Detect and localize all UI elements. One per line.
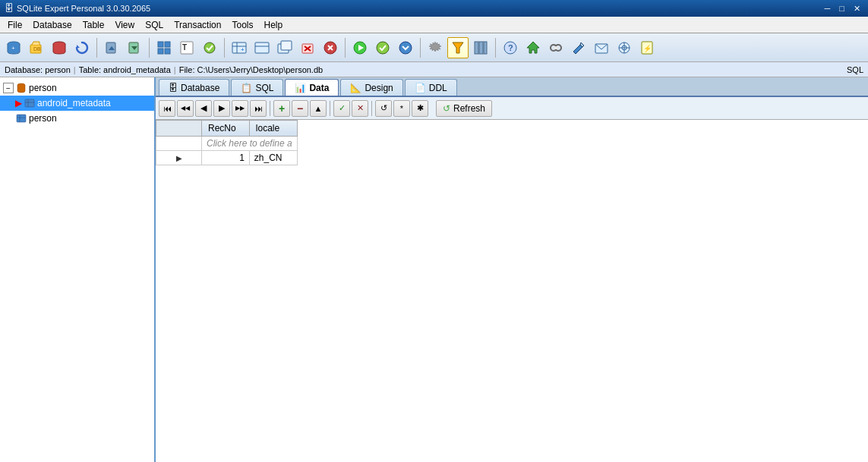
table-icon-person [15,112,27,124]
table-row[interactable]: ▶ 1 zh_CN [156,151,298,165]
tab-design[interactable]: 📐 Design [340,79,402,96]
minimize-btn[interactable]: ─ [822,4,834,13]
nav-prev-btn[interactable]: ◀ [195,100,212,117]
refresh-cycle-btn[interactable]: ↺ [375,100,392,117]
toolbar-edit-link[interactable] [568,37,589,58]
tab-database[interactable]: 🗄 Database [159,79,229,96]
new-row-hint[interactable]: Click here to define a [202,137,298,151]
toolbar-help[interactable]: ? [500,37,521,58]
table-row-new[interactable]: Click here to define a [156,137,298,151]
menu-transaction[interactable]: Transaction [169,18,226,32]
tree-node-person-db[interactable]: − person [0,80,154,96]
nav-prev2-btn[interactable]: ◀◀ [177,100,194,117]
toolbar-mail[interactable] [591,37,612,58]
tree-node-android-metadata[interactable]: ▶ android_metadata [0,96,154,111]
toolbar-link[interactable] [545,37,567,58]
separator-2 [149,38,150,58]
toolbar-table-delete[interactable] [297,37,318,58]
toolbar-browse[interactable] [614,37,635,58]
tree-panel: − person ▶ android_metadata person [0,77,156,462]
toolbar-run[interactable] [349,37,371,58]
toolbar-close-db[interactable] [49,37,70,58]
titlebar: 🗄 SQLite Expert Personal 3.0.30.2065 ─ □… [0,0,868,17]
toolbar-settings[interactable] [425,37,446,58]
maximize-btn[interactable]: □ [836,4,847,13]
menu-help[interactable]: Help [259,18,287,32]
svg-rect-13 [165,49,170,54]
grid-table: RecNo locale Click here to define a ▶ [156,120,298,165]
svg-marker-42 [527,42,539,53]
toolbar-run-repeat[interactable] [395,37,416,58]
app-icon: 🗄 [5,3,14,14]
filter-btn[interactable]: * [393,100,410,117]
toolbar-open-db[interactable]: DB [26,37,47,58]
menu-sql[interactable]: SQL [140,18,168,32]
menu-view[interactable]: View [110,18,139,32]
tab-data[interactable]: 📊 Data [285,79,339,96]
svg-rect-24 [281,41,292,50]
toolbar-table-new[interactable]: + [229,37,250,58]
db-icon [15,82,27,94]
toolbar-grid[interactable] [153,37,175,58]
menubar: File Database Table View SQL Transaction… [0,17,868,33]
nav-first-btn[interactable]: ⏮ [159,100,175,117]
table-status: Table: android_metadata [79,65,171,74]
menu-file[interactable]: File [3,18,27,32]
refresh-label: Refresh [453,103,485,114]
cancel-edit-btn[interactable]: ✕ [352,100,368,117]
all-records-btn[interactable]: ✱ [412,100,428,117]
nav-last-btn[interactable]: ⏭ [250,100,267,117]
design-tab-icon: 📐 [350,83,361,93]
toolbar-table-edit[interactable] [251,37,273,58]
data-tab-icon: 📊 [295,83,306,93]
svg-rect-37 [475,42,478,54]
toolbar-home[interactable] [522,37,544,58]
tree-node-person-table[interactable]: person [0,111,154,126]
toolbar-export[interactable] [124,37,145,58]
toolbar-check[interactable] [199,37,220,58]
move-up-btn[interactable]: ▲ [310,100,327,117]
svg-rect-39 [484,42,487,54]
refresh-button[interactable]: ↺ Refresh [436,100,492,117]
toolbar-script[interactable]: ⚡ [636,37,658,58]
cell-recno-1[interactable]: 1 [202,151,250,165]
col-header-recno[interactable]: RecNo [202,121,250,137]
svg-rect-12 [158,49,163,54]
sql-status: SQL [847,65,863,74]
nav-next2-btn[interactable]: ▶▶ [232,100,248,117]
nav-next-btn[interactable]: ▶ [213,100,230,117]
toolbar-import[interactable] [101,37,122,58]
toolbar-table-copy[interactable] [274,37,295,58]
data-grid[interactable]: RecNo locale Click here to define a ▶ [156,120,868,462]
close-btn[interactable]: ✕ [851,4,863,14]
cell-locale-1[interactable]: zh_CN [249,151,297,165]
menu-tools[interactable]: Tools [227,18,257,32]
toolbar-columns[interactable] [470,37,491,58]
toolbar-text[interactable]: T [176,37,197,58]
separator-3 [224,38,225,58]
col-header-locale[interactable]: locale [249,121,297,137]
statusbar: Database: person | Table: android_metada… [0,62,868,77]
delete-row-btn[interactable]: − [292,100,308,117]
main-toolbar: + DB T + [0,33,868,62]
toolbar-stop[interactable] [320,37,341,58]
add-row-btn[interactable]: + [273,100,290,117]
menu-table[interactable]: Table [78,18,109,32]
toolbar-filter-active[interactable] [447,37,469,58]
tab-sql[interactable]: 📋 SQL [231,79,283,96]
tree-label-person-table: person [29,113,57,124]
expand-person-db[interactable]: − [3,83,14,93]
toolbar-new-db[interactable]: + [3,37,24,58]
selected-arrow: ▶ [15,98,22,108]
menu-database[interactable]: Database [28,18,76,32]
row-marker-new [156,137,202,151]
toolbar-run-ok[interactable] [372,37,393,58]
apply-btn[interactable]: ✓ [333,100,350,117]
svg-marker-5 [77,45,80,48]
tab-ddl[interactable]: 📄 DDL [405,79,457,96]
right-panel: 🗄 Database 📋 SQL 📊 Data 📐 Design 📄 DDL [156,77,868,462]
toolbar-refresh-db[interactable] [71,37,93,58]
tab-bar: 🗄 Database 📋 SQL 📊 Data 📐 Design 📄 DDL [156,77,868,97]
svg-point-34 [399,42,412,54]
svg-rect-38 [479,42,483,54]
